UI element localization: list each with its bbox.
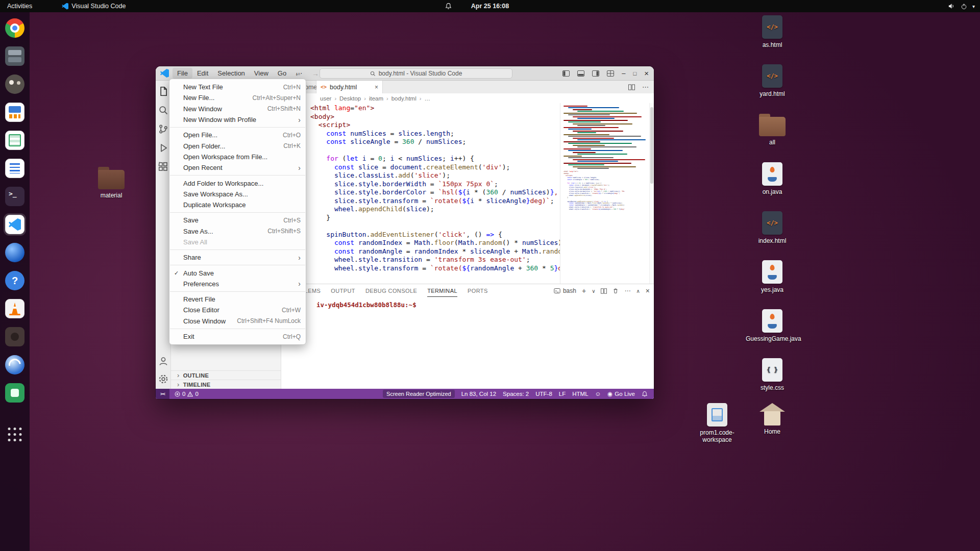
run-debug-icon[interactable] [158,142,169,154]
breadcrumb-item-user[interactable]: user [320,95,331,102]
dock-item-terminal[interactable] [4,185,26,208]
menu-item-open-folder[interactable]: Open Folder...Ctrl+K [169,140,306,151]
dock-item-google-chrome[interactable] [4,17,26,39]
menu-item-new-window-with-profile[interactable]: New Window with Profile› [169,114,306,125]
settings-gear-icon[interactable] [158,373,169,385]
menu-item-open-file[interactable]: Open File...Ctrl+O [169,130,306,140]
customize-layout-icon[interactable] [607,70,614,77]
scrollbar-thumb[interactable] [650,107,653,184]
editor-scrollbar[interactable] [649,103,654,284]
desktop-icon-style-css[interactable]: style.css [748,358,797,407]
menubar-item-file[interactable]: File [173,68,192,79]
desktop-icon-all[interactable]: all [748,113,797,162]
menubar-item-view[interactable]: View [250,68,273,79]
clock[interactable]: Apr 25 16:08 [471,3,509,10]
menu-item-close-editor[interactable]: Close EditorCtrl+W [169,305,306,315]
breadcrumb-item-more[interactable]: … [424,95,430,102]
maximize-button[interactable]: □ [633,70,637,77]
close-tab-icon[interactable]: × [375,84,378,91]
breadcrumb-item-body-html[interactable]: body.html [391,95,416,102]
forward-button[interactable]: → [312,69,319,78]
system-tray[interactable]: ▾ [948,0,975,12]
split-editor-icon[interactable] [628,84,635,90]
account-icon[interactable] [158,356,169,367]
command-center-search[interactable]: body.html - Visual Studio Code [320,68,512,79]
dock-item-gimp[interactable] [4,73,26,95]
menu-item-new-window[interactable]: New WindowCtrl+Shift+N [169,104,306,114]
breadcrumb-item-desktop[interactable]: Desktop [339,95,361,102]
toggle-secondary-sidebar-icon[interactable] [592,70,599,77]
menu-item-save[interactable]: SaveCtrl+S [169,215,306,226]
menu-item-save-workspace-as[interactable]: Save Workspace As... [169,189,306,199]
menu-item-open-recent[interactable]: Open Recent› [169,162,306,173]
feedback-smiley-icon[interactable]: ☺ [595,391,601,397]
dock-item-file-manager[interactable] [4,45,26,67]
timeline-section[interactable]: › TIMELINE [171,380,281,389]
shell-selector[interactable]: bash [554,287,576,294]
desktop-icon-prom1-code-workspace[interactable]: prom1.code-workspace [693,403,742,443]
more-actions-icon[interactable]: ⋯ [624,287,630,294]
menu-item-new-file[interactable]: New File...Ctrl+Alt+Super+N [169,92,306,103]
minimize-button[interactable]: – [622,69,625,77]
menu-item-new-text-file[interactable]: New Text FileCtrl+N [169,82,306,92]
menu-item-exit[interactable]: ExitCtrl+Q [169,331,306,342]
code-editor[interactable]: <html lang="en"><body> <script> const nu… [281,103,560,284]
search-icon[interactable] [158,105,169,116]
dock-item-libreoffice-calc[interactable] [4,129,26,152]
dock-item-visual-studio-code[interactable] [4,213,26,236]
focused-app-indicator[interactable]: Visual Studio Code [62,3,126,10]
dock-item-libreoffice-writer[interactable] [4,157,26,180]
split-terminal-icon[interactable] [601,288,607,294]
desktop-icon-material[interactable]: material [87,166,136,199]
panel-tab-ports[interactable]: PORTS [468,288,488,294]
close-panel-icon[interactable]: × [646,287,650,295]
dock-item-blue-sphere-app[interactable] [4,241,26,264]
menu-item-revert-file[interactable]: Revert File [169,294,306,305]
desktop-icon-yes-java[interactable]: yes.java [748,260,797,309]
remote-indicator[interactable]: >< [156,389,169,399]
desktop-icon-home[interactable]: Home [748,403,797,435]
tab-body-html[interactable]: <> body.html × [316,81,383,93]
eol-indicator[interactable]: LF [559,391,566,397]
panel-tab-debug-console[interactable]: DEBUG CONSOLE [365,288,417,294]
desktop-icon-on-java[interactable]: on.java [748,162,797,211]
dock-item-software-center[interactable] [4,382,26,404]
dock-item-blue-swirl-app[interactable] [4,354,26,376]
desktop-icon-yard-html[interactable]: yard.html [748,64,797,113]
chevron-down-icon[interactable]: ∨ [592,288,595,294]
explorer-icon[interactable] [158,86,169,97]
panel-tab-output[interactable]: OUTPUT [331,288,355,294]
indentation-indicator[interactable]: Spaces: 2 [503,391,529,397]
cursor-position[interactable]: Ln 83, Col 12 [461,391,496,397]
problems-indicator[interactable]: 0 0 [175,391,199,397]
menu-item-save-as[interactable]: Save As...Ctrl+Shift+S [169,226,306,237]
toggle-panel-icon[interactable] [577,70,584,77]
menubar-item-go[interactable]: Go [273,68,291,79]
back-button[interactable]: ← [295,69,302,78]
desktop-icon-as-html[interactable]: as.html [748,15,797,64]
dock-item-dark-pill-app[interactable] [4,325,26,348]
terminal-area[interactable]: iv-ydqb454d1cbw80b8l88u:~$ [281,297,654,389]
desktop-icon-guessinggame-java[interactable]: GuessingGame.java [748,309,797,358]
dock-item-help[interactable] [4,269,26,292]
minimap[interactable]: <html lang="en"><body> <script> const nu… [560,103,649,284]
dock-item-vlc[interactable] [4,297,26,320]
show-applications-button[interactable] [8,428,22,441]
kill-terminal-icon[interactable] [612,288,619,294]
outline-section[interactable]: › OUTLINE [171,370,281,380]
menu-item-duplicate-workspace[interactable]: Duplicate Workspace [169,199,306,210]
menu-item-open-workspace-from-file[interactable]: Open Workspace from File... [169,152,306,162]
menu-item-auto-save[interactable]: ✓Auto Save [169,267,306,278]
breadcrumb-item-iteam[interactable]: iteam [369,95,383,102]
new-terminal-icon[interactable]: + [582,287,586,295]
toggle-sidebar-icon[interactable] [562,70,570,77]
desktop-icon-index-html[interactable]: index.html [748,211,797,260]
menu-item-add-folder-to-workspace[interactable]: Add Folder to Workspace... [169,178,306,188]
menu-item-save-all[interactable]: Save All [169,237,306,247]
source-control-icon[interactable] [158,123,169,135]
panel-tab-terminal[interactable]: TERMINAL [427,288,457,294]
menu-item-close-window[interactable]: Close WindowCtrl+Shift+F4 NumLock [169,316,306,327]
more-actions-icon[interactable]: ⋯ [642,83,649,91]
menu-item-share[interactable]: Share› [169,252,306,263]
menubar-item-selection[interactable]: Selection [213,68,249,79]
